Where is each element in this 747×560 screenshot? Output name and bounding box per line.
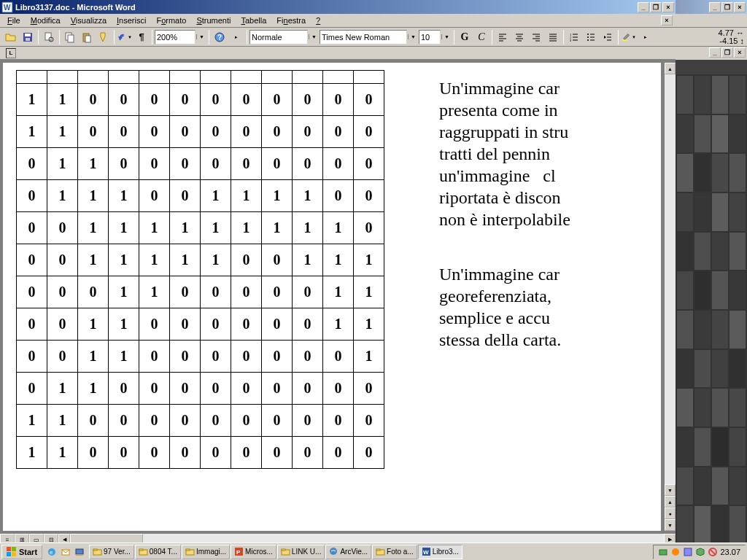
grid-header-cell[interactable] [17,71,47,84]
grid-cell[interactable]: 0 [109,373,139,405]
grid-cell[interactable]: 1 [109,244,139,276]
grid-cell[interactable]: 1 [323,212,354,244]
grid-cell[interactable]: 1 [47,373,78,405]
paragraph-2[interactable]: Un'immagine car georeferenziata, semplic… [439,263,651,351]
grid-cell[interactable]: 1 [354,308,384,341]
grid-cell[interactable]: 0 [201,84,231,116]
menu-tabella[interactable]: Tabella [236,15,271,26]
grid-header-cell[interactable] [139,71,170,84]
align-justify-button[interactable] [545,29,561,45]
grid-cell[interactable]: 0 [170,116,201,148]
browse-prev-button[interactable]: ▲ [665,496,676,508]
grid-cell[interactable]: 1 [354,341,384,373]
grid-cell[interactable]: 1 [109,341,139,373]
grid-cell[interactable]: 0 [109,148,139,180]
grid-cell[interactable]: 1 [78,373,109,405]
grid-cell[interactable]: 0 [109,405,139,437]
grid-cell[interactable]: 1 [109,276,139,308]
grid-cell[interactable]: 1 [78,308,109,341]
grid-cell[interactable]: 0 [354,180,384,212]
zoom-combo[interactable]: 200% [155,30,196,44]
grid-cell[interactable]: 0 [139,148,170,180]
grid-cell[interactable]: 0 [262,116,293,148]
grid-cell[interactable]: 0 [139,341,170,373]
grid-cell[interactable]: 0 [201,308,231,341]
grid-cell[interactable]: 0 [293,148,323,180]
grid-cell[interactable]: 0 [323,437,354,469]
grid-cell[interactable]: 0 [139,308,170,341]
grid-cell[interactable]: 1 [323,308,354,341]
task-button[interactable]: Foto a... [372,545,417,559]
grid-header-cell[interactable] [170,71,201,84]
fontsize-combo[interactable]: 10 [419,30,441,44]
grid-header-cell[interactable] [109,71,139,84]
horizontal-ruler[interactable]: L [0,47,676,60]
grid-cell[interactable]: 1 [262,180,293,212]
bullet-list-button[interactable] [583,29,599,45]
grid-cell[interactable]: 0 [231,116,262,148]
grid-cell[interactable]: 1 [201,212,231,244]
tray-icon-1[interactable] [658,547,668,557]
grid-cell[interactable]: 1 [170,212,201,244]
grid-cell[interactable]: 0 [293,341,323,373]
doc-close-button[interactable]: × [661,15,673,26]
grid-cell[interactable]: 0 [139,116,170,148]
grid-cell[interactable]: 0 [323,148,354,180]
grid-cell[interactable]: 1 [323,276,354,308]
grid-cell[interactable]: 0 [231,84,262,116]
grid-cell[interactable]: 1 [201,180,231,212]
grid-cell[interactable]: 0 [170,405,201,437]
grid-cell[interactable]: 1 [139,244,170,276]
start-button[interactable]: Start [1,545,42,559]
grid-cell[interactable]: 1 [109,212,139,244]
bg-minimize-button[interactable]: _ [709,2,721,12]
grid-cell[interactable]: 1 [201,244,231,276]
undo-button[interactable]: ▼ [117,29,133,45]
grid-cell[interactable]: 0 [323,405,354,437]
grid-cell[interactable]: 0 [354,212,384,244]
grid-cell[interactable]: 0 [170,373,201,405]
grid-cell[interactable]: 1 [231,212,262,244]
copy-button[interactable] [62,29,78,45]
grid-cell[interactable]: 0 [354,437,384,469]
minimize-button[interactable]: _ [638,2,649,12]
grid-cell[interactable]: 0 [17,373,47,405]
grid-cell[interactable]: 0 [78,405,109,437]
grid-cell[interactable]: 1 [231,180,262,212]
grid-cell[interactable]: 0 [17,276,47,308]
grid-cell[interactable]: 0 [323,180,354,212]
grid-cell[interactable]: 0 [323,84,354,116]
tab-type-selector[interactable]: L [6,48,16,58]
grid-cell[interactable]: 0 [293,308,323,341]
menu-help[interactable]: ? [311,15,325,26]
grid-cell[interactable]: 0 [231,437,262,469]
grid-header-cell[interactable] [201,71,231,84]
scroll-track[interactable] [665,74,676,484]
numbered-list-button[interactable]: 123 [566,29,582,45]
tray-icon-5[interactable] [708,547,718,557]
grid-cell[interactable]: 0 [47,212,78,244]
grid-cell[interactable]: 0 [201,373,231,405]
grid-cell[interactable]: 0 [78,276,109,308]
vertical-scrollbar[interactable]: ▲ ▼ ▲ ● ▼ [664,63,676,531]
grid-cell[interactable]: 0 [78,116,109,148]
save-button[interactable] [20,29,36,45]
grid-cell[interactable]: 0 [139,373,170,405]
grid-cell[interactable]: 0 [354,373,384,405]
paste-button[interactable] [79,29,95,45]
menu-formato[interactable]: Formato [152,15,190,26]
grid-cell[interactable]: 0 [109,116,139,148]
grid-cell[interactable]: 1 [17,437,47,469]
grid-cell[interactable]: 1 [293,180,323,212]
grid-cell[interactable]: 1 [109,180,139,212]
grid-header-cell[interactable] [293,71,323,84]
grid-cell[interactable]: 0 [47,276,78,308]
grid-cell[interactable]: 0 [17,180,47,212]
grid-cell[interactable]: 1 [78,180,109,212]
grid-cell[interactable]: 1 [139,276,170,308]
grid-cell[interactable]: 0 [17,341,47,373]
show-formatting-button[interactable]: ¶ [133,29,150,45]
grid-cell[interactable]: 0 [293,276,323,308]
grid-cell[interactable]: 0 [170,180,201,212]
menu-finestra[interactable]: Finestra [272,15,310,26]
